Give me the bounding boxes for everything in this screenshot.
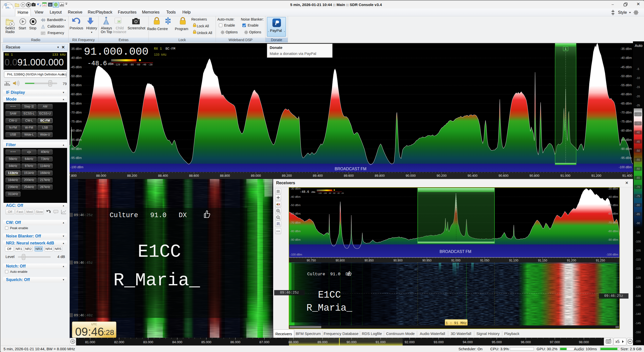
svg-text:E1CC: E1CC xyxy=(318,290,341,300)
svg-text:85.000: 85.000 xyxy=(201,340,211,344)
svg-text:-50 dBm: -50 dBm xyxy=(290,204,301,207)
svg-text:-100 dBm: -100 dBm xyxy=(290,253,302,256)
svg-text:-100 dBm: -100 dBm xyxy=(606,253,618,256)
svg-text:-90 dBm: -90 dBm xyxy=(620,147,632,151)
svg-text:-80: -80 xyxy=(129,63,134,66)
svg-text:90.900: 90.900 xyxy=(393,259,403,262)
svg-text:-95: -95 xyxy=(636,231,640,234)
svg-text:-85 dBm: -85 dBm xyxy=(620,138,632,142)
svg-text:-45 dBm: -45 dBm xyxy=(70,65,82,69)
svg-text:-35 dBm: -35 dBm xyxy=(70,47,82,51)
svg-text:-60: -60 xyxy=(636,167,640,170)
svg-text:90.600: 90.600 xyxy=(499,174,509,178)
svg-text:-20: -20 xyxy=(636,95,640,98)
svg-text:-40 dBm: -40 dBm xyxy=(620,56,632,60)
svg-text:-90 dBm: -90 dBm xyxy=(70,147,82,151)
svg-text:-70 dBm: -70 dBm xyxy=(608,221,618,224)
svg-text:-25: -25 xyxy=(636,104,640,107)
svg-text:82.000: 82.000 xyxy=(114,340,124,344)
svg-text:-90 dBm: -90 dBm xyxy=(608,238,618,241)
svg-text:-70 dBm: -70 dBm xyxy=(620,111,632,114)
svg-text:-35: -35 xyxy=(636,122,640,125)
svg-text:Culture 91.0 DX: Culture 91.0 DX xyxy=(307,272,351,277)
svg-text:91.150: 91.150 xyxy=(538,259,547,262)
svg-text:-30: -30 xyxy=(636,113,640,116)
svg-text:-40 dBm: -40 dBm xyxy=(608,195,618,198)
svg-text:92.000: 92.000 xyxy=(405,340,415,344)
svg-text:-80 dBm: -80 dBm xyxy=(290,230,301,233)
svg-text:91.000.000: 91.000.000 xyxy=(84,46,148,58)
svg-text:-40: -40 xyxy=(142,63,146,66)
svg-text:-60 dBm: -60 dBm xyxy=(70,93,82,96)
svg-text:-50: -50 xyxy=(636,149,640,152)
svg-text:88.200: 88.200 xyxy=(127,174,137,178)
svg-text:-70 dBm: -70 dBm xyxy=(70,111,82,114)
svg-text:-50 dBm: -50 dBm xyxy=(620,74,632,78)
svg-text:E1CC: E1CC xyxy=(138,242,181,262)
svg-text:-30 dBm: -30 dBm xyxy=(608,187,618,190)
svg-text:91.000: 91.000 xyxy=(560,174,570,178)
svg-text:96.000: 96.000 xyxy=(521,340,531,344)
svg-text:-115: -115 xyxy=(635,267,640,270)
svg-text:89.600: 89.600 xyxy=(344,174,354,178)
svg-text:-48.6: -48.6 xyxy=(87,60,107,67)
svg-text:-40 dBm: -40 dBm xyxy=(290,195,301,198)
svg-text:dBm: dBm xyxy=(311,191,315,194)
svg-text:x5: x5 xyxy=(615,339,620,344)
svg-text:90.800: 90.800 xyxy=(530,174,540,178)
svg-text:-75 dBm: -75 dBm xyxy=(70,120,82,123)
svg-text:-80: -80 xyxy=(636,204,640,207)
svg-text:94.000: 94.000 xyxy=(463,340,473,344)
svg-text:BC-FM: BC-FM xyxy=(166,47,175,51)
svg-text:-55: -55 xyxy=(636,158,640,161)
svg-text:Culture 91.0 DX: Culture 91.0 DX xyxy=(110,212,187,219)
svg-text:-100 dBm: -100 dBm xyxy=(619,165,632,169)
svg-text:91.250: 91.250 xyxy=(596,259,605,262)
svg-text:97.000: 97.000 xyxy=(550,340,560,344)
svg-text:93.000: 93.000 xyxy=(434,340,444,344)
svg-text:90.800: 90.800 xyxy=(336,259,345,262)
svg-text:88.400: 88.400 xyxy=(158,174,168,178)
svg-text:83.000: 83.000 xyxy=(143,340,153,344)
svg-text:RX 1: RX 1 xyxy=(154,47,162,51)
svg-text:89.200: 89.200 xyxy=(282,174,292,178)
svg-text:1: 1 xyxy=(565,47,567,51)
svg-text:-45 dBm: -45 dBm xyxy=(620,65,632,69)
svg-text:133 kHz: 133 kHz xyxy=(154,53,167,57)
svg-text:-40: -40 xyxy=(636,131,640,134)
svg-text::28: :28 xyxy=(104,328,114,336)
svg-text:-145: -145 xyxy=(635,322,641,325)
svg-text:-85: -85 xyxy=(636,213,640,216)
svg-text:90.750: 90.750 xyxy=(307,259,316,262)
svg-text:91.200: 91.200 xyxy=(567,259,576,262)
svg-text:BROADCAST FM: BROADCAST FM xyxy=(440,249,471,254)
svg-text:Auto: Auto xyxy=(635,43,642,48)
svg-text:-90: -90 xyxy=(636,222,640,225)
svg-text:-150: -150 xyxy=(635,331,641,334)
svg-text:-65 dBm: -65 dBm xyxy=(70,102,82,105)
svg-text:-80 dBm: -80 dBm xyxy=(608,230,618,233)
svg-text:1 : 91 MHz: 1 : 91 MHz xyxy=(446,321,467,325)
svg-text:87.800: 87.800 xyxy=(70,174,77,178)
svg-text:-55 dBm: -55 dBm xyxy=(70,83,82,87)
svg-text:-125: -125 xyxy=(635,285,641,288)
svg-text:R_Maria_: R_Maria_ xyxy=(113,270,200,291)
svg-text:-60 dBm: -60 dBm xyxy=(620,93,632,96)
svg-text:-65 dBm: -65 dBm xyxy=(620,102,632,105)
svg-text:91.050: 91.050 xyxy=(480,259,490,262)
svg-text:09:46: 09:46 xyxy=(75,325,104,338)
svg-text:-55 dBm: -55 dBm xyxy=(620,83,632,87)
svg-text:84.000: 84.000 xyxy=(172,340,182,344)
svg-text:88.800: 88.800 xyxy=(220,174,230,178)
svg-text:86.000: 86.000 xyxy=(230,340,240,344)
svg-text:-120: -120 xyxy=(635,276,641,279)
svg-text:-120 -100 -80 -60 -40 -20: -120 -100 -80 -60 -40 -20 xyxy=(317,192,344,194)
svg-text:-20: -20 xyxy=(148,63,152,66)
svg-text:-100: -100 xyxy=(635,240,641,243)
svg-text:-110: -110 xyxy=(635,258,640,261)
svg-text:Style: Style xyxy=(618,10,627,15)
svg-text:91.200: 91.200 xyxy=(591,174,601,178)
svg-text:-105: -105 xyxy=(635,249,641,252)
svg-text:BROADCAST FM: BROADCAST FM xyxy=(335,167,367,171)
svg-text:-90 dBm: -90 dBm xyxy=(290,238,301,241)
